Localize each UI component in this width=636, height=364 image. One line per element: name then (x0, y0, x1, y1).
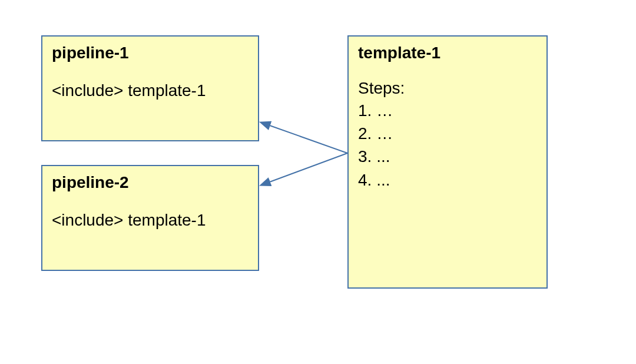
pipeline-1-box: pipeline-1 <include> template-1 (41, 35, 259, 141)
pipeline-2-content: <include> template-1 (52, 209, 249, 231)
template-1-step: 3. ... (358, 145, 537, 168)
template-1-box: template-1 Steps: 1. … 2. … 3. ... 4. ..… (347, 35, 548, 289)
arrow-template-to-pipeline2 (268, 153, 347, 183)
template-1-title: template-1 (358, 44, 537, 62)
pipeline-1-content: <include> template-1 (52, 79, 249, 102)
arrow-template-to-pipeline1 (268, 125, 347, 153)
template-1-step: 4. ... (358, 168, 537, 191)
template-1-steps-label: Steps: (358, 79, 537, 98)
pipeline-2-box: pipeline-2 <include> template-1 (41, 165, 259, 271)
template-1-step: 1. … (358, 99, 537, 122)
pipeline-1-title: pipeline-1 (52, 44, 249, 62)
template-1-step: 2. … (358, 122, 537, 145)
pipeline-2-title: pipeline-2 (52, 173, 249, 192)
